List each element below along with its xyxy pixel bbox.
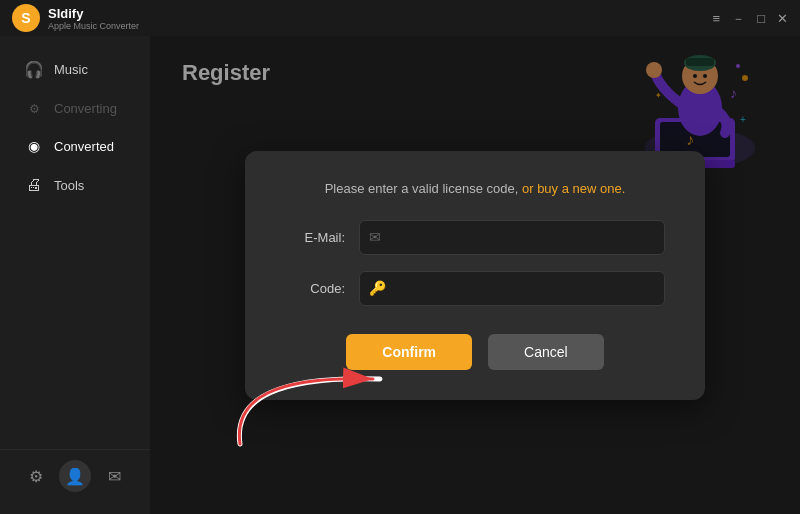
converting-icon: ⚙	[24, 102, 44, 116]
user-button[interactable]: 👤	[59, 460, 91, 492]
content-area: Register ♪	[150, 36, 800, 514]
sidebar-label-tools: Tools	[54, 178, 84, 193]
sidebar-nav: 🎧 Music ⚙ Converting ◉ Converted 🖨 Tools	[0, 48, 150, 441]
sidebar-label-converted: Converted	[54, 139, 114, 154]
minimize-icon[interactable]: －	[732, 12, 745, 25]
mail-icon: ✉	[108, 467, 121, 486]
sidebar-label-converting: Converting	[54, 101, 117, 116]
titlebar-controls: ≡ － □ ✕	[713, 12, 788, 25]
sidebar-item-music[interactable]: 🎧 Music	[8, 50, 142, 89]
sidebar-item-tools[interactable]: 🖨 Tools	[8, 166, 142, 204]
email-input[interactable]	[359, 220, 665, 255]
key-icon: 🔑	[369, 280, 386, 296]
email-icon: ✉	[369, 229, 381, 245]
titlebar: S SIdify Apple Music Converter ≡ － □ ✕	[0, 0, 800, 36]
mail-button[interactable]: ✉	[98, 460, 130, 492]
user-icon: 👤	[65, 467, 85, 486]
code-input[interactable]	[359, 271, 665, 306]
app-logo: S	[12, 4, 40, 32]
dialog-backdrop: Please enter a valid license code, or bu…	[150, 36, 800, 514]
main-layout: 🎧 Music ⚙ Converting ◉ Converted 🖨 Tools…	[0, 36, 800, 514]
settings-icon: ⚙	[29, 467, 43, 486]
email-row: E-Mail: ✉	[285, 220, 665, 255]
settings-button[interactable]: ⚙	[20, 460, 52, 492]
dialog-actions: Confirm Cancel	[285, 334, 665, 370]
dialog-message: Please enter a valid license code, or bu…	[285, 181, 665, 196]
maximize-icon[interactable]: □	[757, 12, 765, 25]
converted-icon: ◉	[24, 138, 44, 154]
email-input-wrapper: ✉	[359, 220, 665, 255]
sidebar-item-converting: ⚙ Converting	[8, 91, 142, 126]
code-label: Code:	[285, 281, 345, 296]
app-subtitle: Apple Music Converter	[48, 21, 139, 31]
register-dialog: Please enter a valid license code, or bu…	[245, 151, 705, 400]
sidebar: 🎧 Music ⚙ Converting ◉ Converted 🖨 Tools…	[0, 36, 150, 514]
app-name: SIdify	[48, 6, 139, 21]
close-icon[interactable]: ✕	[777, 12, 788, 25]
titlebar-left: S SIdify Apple Music Converter	[12, 4, 139, 32]
headphones-icon: 🎧	[24, 60, 44, 79]
code-input-wrapper: 🔑	[359, 271, 665, 306]
tools-icon: 🖨	[24, 176, 44, 194]
sidebar-footer: ⚙ 👤 ✉	[0, 449, 150, 502]
email-label: E-Mail:	[285, 230, 345, 245]
menu-icon[interactable]: ≡	[713, 12, 721, 25]
confirm-button[interactable]: Confirm	[346, 334, 472, 370]
cancel-button[interactable]: Cancel	[488, 334, 604, 370]
sidebar-label-music: Music	[54, 62, 88, 77]
app-title-block: SIdify Apple Music Converter	[48, 6, 139, 31]
code-row: Code: 🔑	[285, 271, 665, 306]
sidebar-item-converted[interactable]: ◉ Converted	[8, 128, 142, 164]
buy-license-link[interactable]: or buy a new one.	[522, 181, 625, 196]
